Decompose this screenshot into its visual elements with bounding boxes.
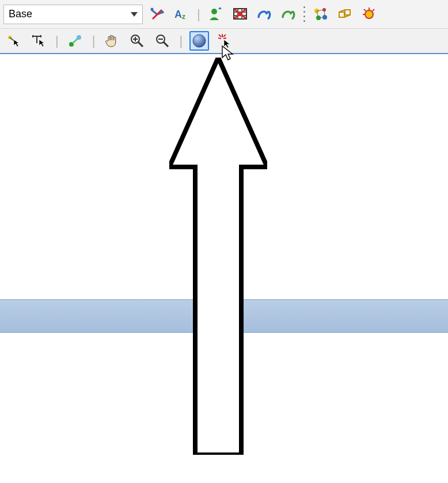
person-icon (208, 6, 224, 22)
svg-line-37 (73, 39, 78, 43)
table-delete-button[interactable] (230, 5, 250, 24)
measure-arrow-icon (31, 33, 47, 49)
svg-line-43 (164, 42, 168, 47)
link-green-icon (280, 6, 297, 22)
zoom-in-icon (129, 33, 145, 49)
color-atoms-icon (313, 6, 329, 22)
table-delete-icon (232, 6, 248, 22)
svg-line-48 (219, 35, 221, 37)
svg-text:A: A (174, 9, 182, 20)
link-green-button[interactable] (279, 5, 298, 24)
dotted-separator (303, 5, 306, 24)
svg-line-50 (223, 38, 226, 39)
spark-cursor-icon (217, 33, 233, 49)
atom-label-icon: A z (173, 6, 189, 22)
structure-button[interactable] (335, 5, 355, 24)
pan-hand-button[interactable] (102, 31, 122, 51)
pan-hand-icon (104, 33, 120, 49)
svg-point-45 (193, 35, 206, 47)
person-button[interactable] (206, 5, 226, 24)
svg-line-49 (223, 35, 226, 37)
style-combo-value: Base (9, 8, 32, 20)
content-area (0, 55, 448, 483)
svg-rect-20 (339, 12, 344, 17)
view-toolbar: | | | (0, 29, 448, 54)
svg-line-47 (218, 38, 221, 39)
separator: | (54, 33, 60, 48)
separator: | (196, 7, 202, 22)
select-arrow-button[interactable] (3, 31, 23, 51)
svg-rect-21 (345, 10, 350, 15)
svg-text:z: z (182, 13, 185, 21)
horizontal-band (0, 299, 448, 333)
measure-arrow-button[interactable] (29, 31, 48, 51)
separator: | (91, 33, 97, 48)
select-arrow-icon (5, 33, 21, 49)
hide-atom-icon (149, 6, 165, 22)
svg-point-1 (161, 10, 164, 13)
sun-button[interactable] (359, 5, 379, 24)
sun-icon (361, 6, 377, 22)
zoom-fit-icon (191, 33, 207, 49)
zoom-out-button[interactable] (153, 31, 172, 51)
link-blue-button[interactable] (255, 5, 274, 24)
top-toolbar: Base A z | (0, 0, 448, 29)
svg-line-27 (364, 9, 366, 11)
svg-line-39 (138, 42, 143, 47)
svg-point-4 (211, 9, 217, 14)
svg-point-24 (365, 10, 373, 18)
zoom-in-button[interactable] (127, 31, 147, 51)
svg-point-0 (151, 7, 154, 10)
link-blue-icon (256, 6, 272, 22)
zoom-fit-button[interactable] (189, 31, 209, 51)
bond-tool-button[interactable] (66, 31, 85, 51)
chevron-down-icon (131, 12, 138, 17)
spark-cursor-button[interactable] (215, 31, 234, 51)
bond-tool-icon (67, 33, 83, 49)
zoom-out-icon (154, 33, 170, 49)
structure-icon (337, 6, 353, 22)
svg-line-28 (373, 9, 374, 11)
atom-label-button[interactable]: A z (172, 5, 191, 24)
separator: | (178, 33, 184, 48)
style-combo[interactable]: Base (3, 5, 143, 24)
color-atoms-button[interactable] (311, 5, 331, 24)
hide-atom-button[interactable] (147, 5, 167, 24)
